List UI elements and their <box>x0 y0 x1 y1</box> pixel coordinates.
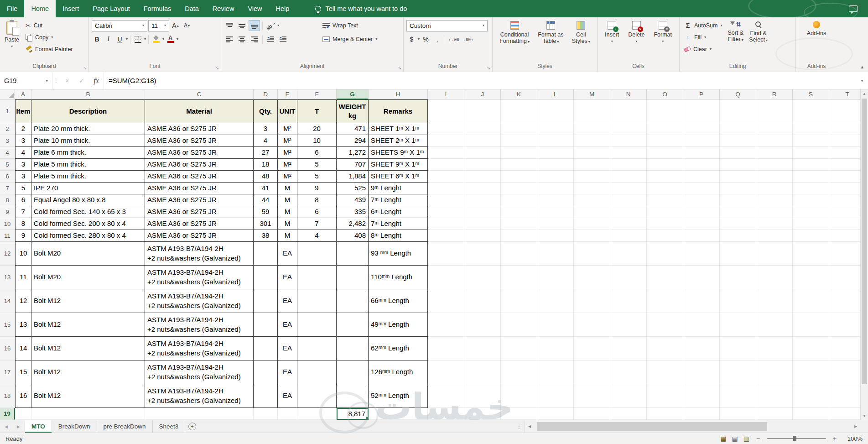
cell-I12[interactable] <box>428 242 464 266</box>
orientation-dropdown-icon[interactable]: ▾ <box>277 24 279 27</box>
zoom-slider[interactable] <box>767 438 826 439</box>
cell-N18[interactable] <box>610 384 647 408</box>
cell-O14[interactable] <box>647 289 683 313</box>
cell-O16[interactable] <box>647 337 683 360</box>
cell-H5[interactable]: SHEET 9ᵐ X 1ᵐ <box>369 159 428 171</box>
cell-H14[interactable]: 66ᵐᵐ Length <box>369 289 428 313</box>
cell-Q18[interactable] <box>720 384 756 408</box>
row-header-16[interactable]: 16 <box>0 337 15 360</box>
cell-M12[interactable] <box>574 242 610 266</box>
row-header-15[interactable]: 15 <box>0 313 15 337</box>
cell-R18[interactable] <box>756 384 793 408</box>
formula-bar-resize-handle[interactable]: ⋮ <box>52 72 60 89</box>
cell-H17[interactable]: 126ᵐᵐ Length <box>369 360 428 384</box>
row-header-18[interactable]: 18 <box>0 384 15 408</box>
cell-M11[interactable] <box>574 230 610 242</box>
font-color-dropdown-icon[interactable]: ▾ <box>177 37 178 41</box>
cell-N13[interactable] <box>610 266 647 289</box>
cell-B5[interactable]: Plate 5 mm thick. <box>31 159 145 171</box>
cell-Q1[interactable] <box>720 99 756 123</box>
cell-A3[interactable]: 3 <box>15 135 31 147</box>
cell-L15[interactable] <box>537 313 574 337</box>
cell-G18[interactable] <box>337 384 369 408</box>
cell-F3[interactable]: 10 <box>297 135 337 147</box>
column-header-F[interactable]: F <box>297 89 337 99</box>
cell-I4[interactable] <box>428 147 464 159</box>
cell-C6[interactable]: ASME A36 or S275 JR <box>145 171 254 183</box>
cell-S9[interactable] <box>793 206 829 218</box>
column-header-C[interactable]: C <box>145 89 254 99</box>
cell-K6[interactable] <box>501 171 537 183</box>
cell-Q16[interactable] <box>720 337 756 360</box>
cell-N3[interactable] <box>610 135 647 147</box>
cell-G16[interactable] <box>337 337 369 360</box>
cell-S17[interactable] <box>793 360 829 384</box>
cell-P5[interactable] <box>683 159 720 171</box>
bold-button[interactable]: B <box>92 34 102 45</box>
orientation-button[interactable]: ab→ <box>265 20 276 31</box>
cut-button[interactable]: ✂ Cut <box>24 20 75 31</box>
cell-K12[interactable] <box>501 242 537 266</box>
cell-C15[interactable]: ASTM A193-B7/A194-2H +2 nuts&washers (Ga… <box>145 313 254 337</box>
cell-I8[interactable] <box>428 194 464 206</box>
cell-E14[interactable]: EA <box>278 289 297 313</box>
cell-F17[interactable] <box>297 360 337 384</box>
cell-E10[interactable]: M <box>278 218 297 230</box>
cell-I16[interactable] <box>428 337 464 360</box>
row-header-7[interactable]: 7 <box>0 183 15 194</box>
cell-B10[interactable]: Cold formed Sec. 200 x 80 x 4 <box>31 218 145 230</box>
cell-I6[interactable] <box>428 171 464 183</box>
cell-J19[interactable] <box>464 408 501 420</box>
column-header-G[interactable]: G <box>337 89 369 99</box>
cell-E15[interactable]: EA <box>278 313 297 337</box>
cell-O8[interactable] <box>647 194 683 206</box>
column-header-M[interactable]: M <box>574 89 610 99</box>
cell-S1[interactable] <box>793 99 829 123</box>
cell-A8[interactable]: 6 <box>15 194 31 206</box>
cell-D6[interactable]: 48 <box>254 171 278 183</box>
cell-F11[interactable]: 4 <box>297 230 337 242</box>
cell-F18[interactable] <box>297 384 337 408</box>
cell-O15[interactable] <box>647 313 683 337</box>
column-header-J[interactable]: J <box>464 89 501 99</box>
sheet-tab-pre-breakdown[interactable]: pre BreakDown <box>97 420 153 433</box>
format-painter-button[interactable]: Format Painter <box>24 43 75 55</box>
cell-R14[interactable] <box>756 289 793 313</box>
fill-button[interactable]: ↓ Fill ▾ <box>682 31 724 43</box>
cell-L10[interactable] <box>537 218 574 230</box>
cell-J1[interactable] <box>464 99 501 123</box>
column-header-E[interactable]: E <box>278 89 297 99</box>
column-header-S[interactable]: S <box>793 89 829 99</box>
insert-cells-button[interactable]: + Insert ▾ <box>603 20 621 62</box>
number-dialog-launcher-icon[interactable]: ↘ <box>487 66 490 70</box>
cell-M2[interactable] <box>574 123 610 135</box>
cell-N12[interactable] <box>610 242 647 266</box>
cell-J16[interactable] <box>464 337 501 360</box>
borders-dropdown-icon[interactable]: ▾ <box>144 37 146 41</box>
cell-F12[interactable] <box>297 242 337 266</box>
cell-P4[interactable] <box>683 147 720 159</box>
collapse-ribbon-icon[interactable]: ▴ <box>861 64 863 70</box>
cell-P15[interactable] <box>683 313 720 337</box>
column-header-K[interactable]: K <box>501 89 537 99</box>
cell-N10[interactable] <box>610 218 647 230</box>
cell-I1[interactable] <box>428 99 464 123</box>
cell-M9[interactable] <box>574 206 610 218</box>
cell-R6[interactable] <box>756 171 793 183</box>
underline-button[interactable]: U <box>114 34 125 45</box>
cell-E6[interactable]: M² <box>278 171 297 183</box>
cell-E2[interactable]: M² <box>278 123 297 135</box>
conditional-formatting-button[interactable]: Conditional Formatting▾ <box>498 20 531 62</box>
cell-R19[interactable] <box>756 408 793 420</box>
cell-E18[interactable]: EA <box>278 384 297 408</box>
cell-H18[interactable]: 52ᵐᵐ Length <box>369 384 428 408</box>
number-format-select[interactable]: Custom ▾ <box>406 20 488 31</box>
cell-D10[interactable]: 301 <box>254 218 278 230</box>
ribbon-tab-review[interactable]: Review <box>206 0 241 17</box>
cell-Q9[interactable] <box>720 206 756 218</box>
cell-S15[interactable] <box>793 313 829 337</box>
row-header-3[interactable]: 3 <box>0 135 15 147</box>
cell-D3[interactable]: 4 <box>254 135 278 147</box>
row-header-19[interactable]: 19 <box>0 408 15 420</box>
cell-F7[interactable]: 9 <box>297 183 337 194</box>
